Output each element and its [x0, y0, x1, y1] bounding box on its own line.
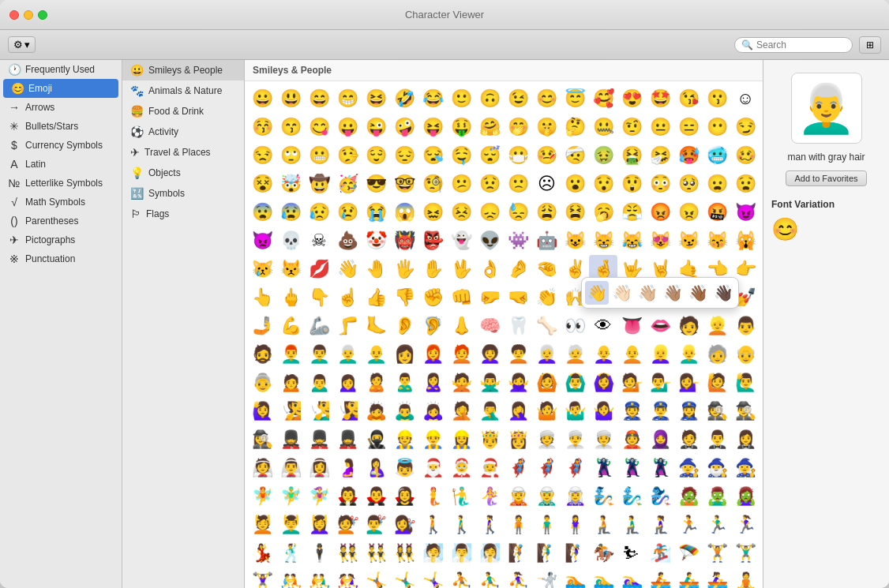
emoji-cell[interactable]: 🤡 [362, 227, 390, 255]
emoji-cell[interactable]: 🦵 [333, 312, 362, 340]
emoji-cell[interactable]: 💇‍♀️ [390, 511, 418, 539]
emoji-cell[interactable]: 😛 [333, 113, 362, 141]
emoji-cell[interactable]: 👩‍🦲 [589, 340, 617, 369]
emoji-cell[interactable]: 😲 [617, 170, 646, 198]
emoji-cell[interactable]: 🏋️‍♀️ [248, 567, 276, 588]
emoji-cell[interactable]: 💪 [276, 312, 305, 340]
sidebar-item-bullets-stars[interactable]: ✳Bullets/Stars [0, 117, 122, 136]
emoji-cell[interactable]: 🙆‍♀️ [589, 369, 617, 397]
emoji-cell[interactable]: 🧝‍♂️ [532, 482, 561, 511]
emoji-cell[interactable]: 😑 [674, 113, 703, 141]
emoji-cell[interactable]: 😱 [390, 198, 418, 227]
emoji-cell[interactable]: 🤱 [362, 454, 390, 482]
emoji-cell[interactable]: 🥱 [589, 198, 617, 227]
emoji-cell[interactable]: 🧏‍♂️ [305, 397, 333, 425]
emoji-cell[interactable]: 😎 [362, 170, 390, 198]
emoji-cell[interactable]: 👩‍🦳 [532, 340, 561, 369]
emoji-cell[interactable]: 👀 [561, 312, 589, 340]
skin-tone-option[interactable]: 👋🏿 [711, 281, 735, 305]
emoji-cell[interactable]: 🧚‍♀️ [305, 482, 333, 511]
emoji-cell[interactable]: 😺 [561, 227, 589, 255]
emoji-cell[interactable]: 😊 [532, 84, 561, 113]
emoji-cell[interactable]: 👩‍🦱 [475, 340, 504, 369]
emoji-cell[interactable]: 🧐 [418, 170, 447, 198]
emoji-cell[interactable]: 😽 [703, 227, 731, 255]
emoji-cell[interactable]: 🎅 [418, 454, 447, 482]
emoji-cell[interactable]: 💇‍♂️ [362, 511, 390, 539]
emoji-cell[interactable]: 👸 [504, 425, 532, 454]
emoji-cell[interactable]: 👱 [703, 312, 731, 340]
emoji-cell[interactable]: 🧜‍♂️ [447, 482, 475, 511]
emoji-cell[interactable]: 🧔 [248, 340, 276, 369]
emoji-cell[interactable]: 🙆‍♂️ [561, 369, 589, 397]
emoji-cell[interactable]: 😋 [305, 113, 333, 141]
emoji-cell[interactable]: 👳‍♂️ [561, 425, 589, 454]
emoji-cell[interactable]: 🤖 [532, 227, 561, 255]
emoji-cell[interactable]: 🖖 [447, 255, 475, 283]
emoji-cell[interactable]: 😏 [731, 113, 760, 141]
cat-item-activity[interactable]: ⚽Activity [122, 122, 244, 142]
emoji-cell[interactable]: 🙇‍♀️ [418, 397, 447, 425]
emoji-cell[interactable]: 🧖‍♀️ [475, 539, 504, 567]
emoji-cell[interactable]: 👱‍♀️ [646, 340, 674, 369]
emoji-cell[interactable]: 🕵️‍♂️ [731, 397, 760, 425]
emoji-cell[interactable]: 🤗 [475, 113, 504, 141]
emoji-cell[interactable]: 👳 [532, 425, 561, 454]
emoji-cell[interactable]: 😤 [617, 198, 646, 227]
emoji-cell[interactable]: 👩‍🦰 [418, 340, 447, 369]
emoji-cell[interactable]: 👮 [617, 397, 646, 425]
emoji-cell[interactable]: 👹 [390, 227, 418, 255]
emoji-cell[interactable]: 👽 [475, 227, 504, 255]
emoji-cell[interactable]: 👊 [447, 283, 475, 312]
emoji-cell[interactable]: 🙅 [447, 369, 475, 397]
emoji-cell[interactable]: 🏊 [561, 567, 589, 588]
emoji-cell[interactable]: 👅 [617, 312, 646, 340]
emoji-cell[interactable]: 🧙 [674, 454, 703, 482]
emoji-cell[interactable]: 🧍 [504, 511, 532, 539]
emoji-cell[interactable]: 🙆 [532, 369, 561, 397]
emoji-cell[interactable]: 🙋‍♀️ [248, 397, 276, 425]
emoji-cell[interactable]: 😙 [276, 113, 305, 141]
emoji-cell[interactable]: 😖 [418, 198, 447, 227]
cat-item-smileys-people[interactable]: 😀Smileys & People [122, 60, 244, 81]
emoji-cell[interactable]: 👻 [447, 227, 475, 255]
emoji-cell[interactable]: 🧗‍♂️ [532, 539, 561, 567]
emoji-cell[interactable]: 🤷 [532, 397, 561, 425]
emoji-cell[interactable]: 💆‍♀️ [305, 511, 333, 539]
emoji-cell[interactable]: 🙁 [504, 170, 532, 198]
minimize-button[interactable] [24, 10, 33, 20]
skin-tone-option[interactable]: 👋🏽 [661, 281, 685, 305]
emoji-cell[interactable]: 😐 [646, 113, 674, 141]
emoji-cell[interactable]: 💃 [248, 539, 276, 567]
emoji-cell[interactable]: 🥵 [674, 141, 703, 170]
emoji-cell[interactable]: 🙄 [276, 141, 305, 170]
emoji-cell[interactable]: 🚣‍♂️ [674, 567, 703, 588]
emoji-cell[interactable]: 🧚 [248, 482, 276, 511]
emoji-cell[interactable]: 🕴 [305, 539, 333, 567]
cat-item-flags[interactable]: 🏳Flags [122, 204, 244, 224]
emoji-cell[interactable]: ✊ [418, 283, 447, 312]
emoji-cell[interactable]: 😌 [362, 141, 390, 170]
sidebar-item-currency-symbols[interactable]: $Currency Symbols [0, 136, 122, 155]
sidebar-item-emoji[interactable]: 😊Emoji [3, 79, 118, 98]
emoji-cell[interactable]: 🧖 [418, 539, 447, 567]
emoji-cell[interactable]: 😿 [248, 255, 276, 283]
emoji-cell[interactable]: 🦻 [418, 312, 447, 340]
emoji-cell[interactable]: 💋 [305, 255, 333, 283]
emoji-cell[interactable]: 🧜 [418, 482, 447, 511]
emoji-cell[interactable]: ⛹ [447, 567, 475, 588]
sidebar-item-letterlike-symbols[interactable]: №Letterlike Symbols [0, 174, 122, 193]
emoji-cell[interactable]: 👨 [731, 312, 760, 340]
emoji-cell[interactable]: 🦷 [504, 312, 532, 340]
emoji-cell[interactable]: 🏇 [589, 539, 617, 567]
emoji-cell[interactable]: 🪂 [674, 539, 703, 567]
emoji-cell[interactable]: 😃 [276, 84, 305, 113]
emoji-cell[interactable]: 🧑‍🦲 [617, 340, 646, 369]
emoji-cell[interactable]: 👨‍🦰 [276, 340, 305, 369]
emoji-cell[interactable]: 👂 [390, 312, 418, 340]
emoji-cell[interactable]: 🤦‍♂️ [475, 397, 504, 425]
emoji-cell[interactable]: 🤷‍♂️ [561, 397, 589, 425]
emoji-cell[interactable]: 💩 [333, 227, 362, 255]
emoji-cell[interactable]: 🙍‍♀️ [333, 369, 362, 397]
emoji-cell[interactable]: 🤳 [248, 312, 276, 340]
